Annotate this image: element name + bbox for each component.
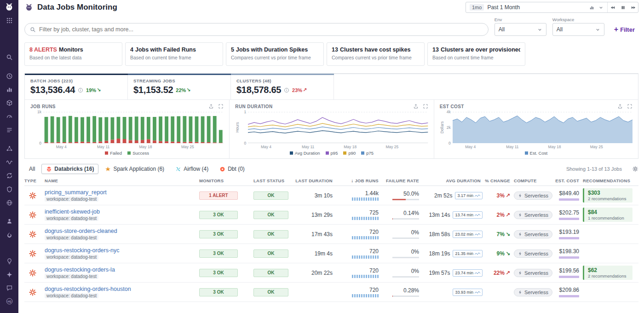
apm-icon[interactable] — [0, 110, 18, 123]
apps-grid-icon[interactable] — [0, 14, 18, 27]
expand-chart-icon[interactable] — [423, 104, 428, 109]
sidebar: HQ — [0, 0, 18, 313]
dashboards-icon[interactable] — [0, 83, 18, 96]
table-row[interactable]: dogrus-restocking-orders-houston workspa… — [24, 283, 638, 302]
job-name-link[interactable]: dogrus-store-orders-cleaned — [45, 228, 117, 234]
watchdog-ai-icon[interactable] — [0, 255, 18, 268]
column-header-compute[interactable]: COMPUTE — [514, 178, 552, 183]
alert-card-jobs-with-duration-spikes[interactable]: 5Jobs with Duration Spikes Compares curr… — [226, 42, 324, 66]
avg-duration-cell: 19m 57s 23.74 min — [423, 269, 484, 277]
job-name-link[interactable]: inefficient-skewed-job — [45, 209, 100, 215]
column-header-failure-rate[interactable]: FAILURE RATE — [382, 178, 423, 183]
column-header-monitors[interactable]: MONITORS — [199, 178, 253, 183]
table-row[interactable]: pricing_summary_report workspace: datado… — [24, 186, 638, 205]
legend-item-success[interactable]: Success — [127, 151, 149, 156]
tab-spark-application-6[interactable]: Spark Application (6) — [100, 164, 169, 174]
column-header-recommendations[interactable]: RECOMMENDATIONS — [583, 178, 638, 183]
metrics-icon[interactable] — [0, 155, 18, 168]
export-chart-icon[interactable] — [413, 104, 419, 109]
column-header-job-runs[interactable]: ↓JOB RUNS — [336, 178, 382, 183]
compute-badge: Serverless — [514, 230, 552, 238]
chevron-down-icon[interactable] — [596, 5, 605, 10]
recommendation-savings: $62 — [588, 267, 629, 273]
job-name-link[interactable]: dogrus-restocking-orders-la — [45, 267, 115, 273]
datadog-logo-icon[interactable] — [0, 0, 18, 14]
legend-item-avg-duration[interactable]: Avg Duration — [290, 151, 320, 156]
tab-dbt-0[interactable]: Dbt (0) — [215, 164, 249, 174]
column-header-change[interactable]: % CHANGE — [484, 178, 514, 183]
est-cost-bar — [559, 237, 579, 239]
recommendation-card[interactable]: $841 recommendation — [583, 208, 632, 222]
profiling-icon[interactable] — [0, 228, 18, 242]
job-runs-sparkline — [352, 294, 379, 297]
watchdog-icon[interactable] — [0, 70, 18, 83]
timeline-graph-icon[interactable] — [587, 5, 596, 10]
job-name-link[interactable]: dogrus-restocking-orders-nyc — [45, 247, 120, 254]
legend-item-failed[interactable]: Failed — [105, 151, 122, 156]
column-header-last-duration[interactable]: LAST DURATION — [292, 178, 336, 183]
column-header-avg-duration[interactable]: AVG DURATION — [423, 178, 484, 183]
est-cost-plot[interactable]: 4k2k0 — [453, 112, 632, 143]
tab-all[interactable]: All — [24, 164, 40, 174]
network-icon[interactable] — [0, 142, 18, 155]
recommendation-card[interactable]: $3032 recommendations — [583, 188, 632, 203]
workspace-select[interactable]: All — [552, 23, 604, 36]
column-header-last-status[interactable]: LAST STATUS — [253, 178, 292, 183]
time-range-shortcut[interactable]: 1mo — [470, 4, 484, 11]
monitors-badge[interactable]: 3 OK — [199, 230, 238, 238]
expand-chart-icon[interactable] — [627, 104, 632, 109]
table-row[interactable]: inefficient-skewed-job workspace: datado… — [24, 205, 638, 225]
hq-icon[interactable]: HQ — [0, 295, 18, 308]
security-icon[interactable] — [0, 183, 18, 196]
table-row[interactable]: dogrus-restocking-orders-la workspace: d… — [24, 263, 638, 283]
legend-item-p90[interactable]: p90 — [343, 151, 356, 156]
rum-icon[interactable] — [0, 214, 18, 228]
search-input[interactable] — [39, 26, 483, 33]
legend-item-p75[interactable]: p75 — [361, 151, 374, 156]
fast-forward-button[interactable] — [628, 2, 638, 12]
alert-card-subtitle: Based on current time frame — [130, 55, 218, 60]
ci-pipelines-icon[interactable] — [0, 169, 18, 182]
legend-item-p95[interactable]: p95 — [326, 151, 338, 156]
column-header-type[interactable]: TYPE — [24, 178, 45, 183]
monitors-badge[interactable]: 3 OK — [199, 288, 238, 296]
infrastructure-icon[interactable] — [0, 96, 18, 110]
legend-item-est-cost[interactable]: Est. Cost — [525, 151, 548, 156]
rewind-button[interactable] — [608, 2, 618, 12]
logs-icon[interactable] — [0, 123, 18, 137]
env-select[interactable]: All — [494, 23, 546, 36]
table-row[interactable]: dogrus-store-orders-cleaned workspace: d… — [24, 225, 638, 244]
tab-airflow-4[interactable]: Airflow (4) — [171, 164, 213, 174]
column-header-name[interactable]: NAME — [45, 178, 199, 183]
run-duration-plot[interactable]: 10 — [248, 112, 428, 143]
pause-button[interactable] — [618, 2, 628, 12]
column-header-est-cost[interactable]: EST. COST — [552, 178, 583, 183]
table-row[interactable]: dogrus-restocking-orders-nyc workspace: … — [24, 244, 638, 263]
info-icon[interactable] — [78, 87, 83, 93]
expand-chart-icon[interactable] — [218, 104, 224, 109]
time-range-value[interactable]: Past 1 Month — [487, 4, 520, 11]
synthetics-icon[interactable] — [0, 196, 18, 209]
job-name-link[interactable]: dogrus-restocking-orders-houston — [45, 286, 131, 292]
bits-ai-icon[interactable] — [0, 268, 18, 281]
alert-card-count: 13 — [332, 46, 338, 53]
alert-card-clusters-are-over-provisioned[interactable]: 13Clusters are over provisioned Based on… — [427, 42, 525, 66]
support-chat-icon[interactable] — [0, 281, 18, 295]
monitors-badge[interactable]: 3 OK — [199, 269, 238, 277]
export-chart-icon[interactable] — [617, 104, 623, 109]
info-icon[interactable] — [284, 87, 289, 93]
job-name-link[interactable]: pricing_summary_report — [45, 189, 107, 196]
job-runs-plot[interactable]: 1k0 — [43, 112, 224, 143]
alert-card-clusters-have-cost-spikes[interactable]: 13Clusters have cost spikes Compares cur… — [327, 42, 425, 66]
alert-card-monitors[interactable]: 8 ALERTSMonitors Based on the latest dat… — [24, 42, 122, 66]
alert-card-jobs-with-failed-runs[interactable]: 4Jobs with Failed Runs Based on current … — [125, 42, 223, 66]
tab-databricks-16[interactable]: Databricks (16) — [41, 164, 98, 174]
monitors-badge[interactable]: 1 ALERT — [199, 191, 238, 200]
monitors-badge[interactable]: 3 OK — [199, 211, 238, 219]
recommendation-card[interactable]: $622 recommendations — [583, 266, 632, 280]
search-icon[interactable] — [0, 51, 18, 64]
export-chart-icon[interactable] — [208, 104, 214, 109]
add-filter-button[interactable]: + Filter — [610, 23, 638, 36]
table-settings-gear-icon[interactable] — [632, 166, 638, 172]
monitors-badge[interactable]: 3 OK — [199, 249, 238, 258]
